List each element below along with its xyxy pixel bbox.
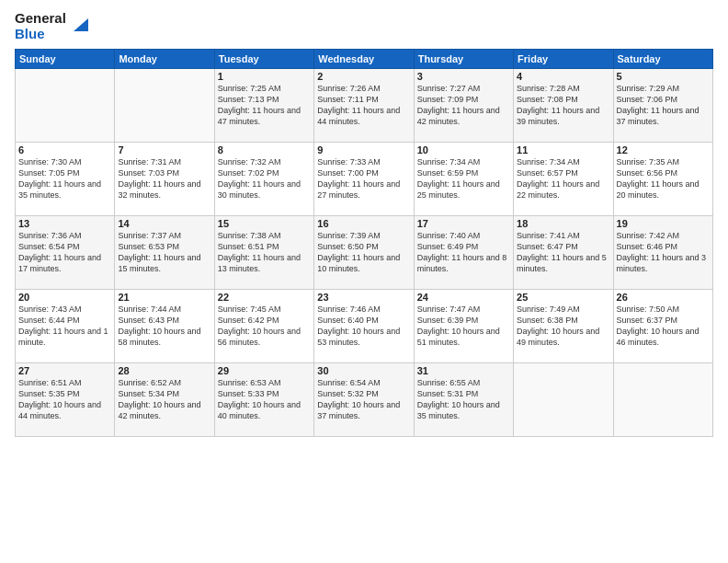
calendar-cell: 14Sunrise: 7:37 AM Sunset: 6:53 PM Dayli… (115, 216, 214, 290)
day-number: 8 (218, 144, 311, 155)
day-number: 18 (517, 218, 609, 229)
day-number: 3 (417, 71, 510, 82)
calendar-cell: 19Sunrise: 7:42 AM Sunset: 6:46 PM Dayli… (613, 216, 712, 290)
calendar-cell: 20Sunrise: 7:43 AM Sunset: 6:44 PM Dayli… (16, 290, 115, 363)
calendar-header-wednesday: Wednesday (314, 50, 414, 69)
day-number: 16 (317, 218, 410, 229)
calendar-header-thursday: Thursday (414, 50, 513, 69)
calendar-week-1: 1Sunrise: 7:25 AM Sunset: 7:13 PM Daylig… (16, 69, 713, 143)
day-info: Sunrise: 7:40 AM Sunset: 6:49 PM Dayligh… (417, 230, 510, 275)
day-info: Sunrise: 7:36 AM Sunset: 6:54 PM Dayligh… (18, 230, 111, 275)
day-info: Sunrise: 7:37 AM Sunset: 6:53 PM Dayligh… (118, 230, 210, 275)
day-info: Sunrise: 7:33 AM Sunset: 7:00 PM Dayligh… (317, 156, 410, 201)
day-info: Sunrise: 7:29 AM Sunset: 7:06 PM Dayligh… (617, 83, 710, 128)
day-number: 20 (18, 292, 111, 303)
calendar-cell: 11Sunrise: 7:34 AM Sunset: 6:57 PM Dayli… (514, 143, 613, 216)
day-number: 26 (617, 292, 710, 303)
calendar-cell: 9Sunrise: 7:33 AM Sunset: 7:00 PM Daylig… (314, 143, 414, 216)
day-info: Sunrise: 7:47 AM Sunset: 6:39 PM Dayligh… (417, 304, 510, 349)
day-number: 21 (118, 292, 210, 303)
day-number: 24 (417, 292, 510, 303)
day-info: Sunrise: 6:53 AM Sunset: 5:33 PM Dayligh… (218, 377, 311, 422)
day-number: 25 (517, 292, 609, 303)
day-number: 13 (18, 218, 111, 229)
day-number: 29 (218, 365, 311, 376)
day-info: Sunrise: 6:52 AM Sunset: 5:34 PM Dayligh… (118, 377, 210, 422)
calendar-cell: 30Sunrise: 6:54 AM Sunset: 5:32 PM Dayli… (314, 363, 414, 437)
day-number: 30 (317, 365, 410, 376)
calendar-cell: 1Sunrise: 7:25 AM Sunset: 7:13 PM Daylig… (214, 69, 313, 143)
day-info: Sunrise: 7:45 AM Sunset: 6:42 PM Dayligh… (218, 304, 311, 349)
day-info: Sunrise: 6:55 AM Sunset: 5:31 PM Dayligh… (417, 377, 510, 422)
day-info: Sunrise: 7:41 AM Sunset: 6:47 PM Dayligh… (517, 230, 609, 275)
day-info: Sunrise: 6:54 AM Sunset: 5:32 PM Dayligh… (317, 377, 410, 422)
day-number: 17 (417, 218, 510, 229)
logo-triangle-icon (68, 15, 88, 35)
day-number: 6 (18, 144, 111, 155)
day-number: 19 (617, 218, 710, 229)
calendar-week-5: 27Sunrise: 6:51 AM Sunset: 5:35 PM Dayli… (16, 363, 713, 437)
calendar-cell: 13Sunrise: 7:36 AM Sunset: 6:54 PM Dayli… (16, 216, 115, 290)
calendar-week-3: 13Sunrise: 7:36 AM Sunset: 6:54 PM Dayli… (16, 216, 713, 290)
day-number: 31 (417, 365, 510, 376)
calendar-cell (514, 363, 613, 437)
day-info: Sunrise: 7:44 AM Sunset: 6:43 PM Dayligh… (118, 304, 210, 349)
day-info: Sunrise: 7:30 AM Sunset: 7:05 PM Dayligh… (18, 156, 111, 201)
calendar-header-saturday: Saturday (613, 50, 712, 69)
calendar-cell: 22Sunrise: 7:45 AM Sunset: 6:42 PM Dayli… (214, 290, 313, 363)
calendar-week-4: 20Sunrise: 7:43 AM Sunset: 6:44 PM Dayli… (16, 290, 713, 363)
calendar-cell: 10Sunrise: 7:34 AM Sunset: 6:59 PM Dayli… (414, 143, 513, 216)
day-info: Sunrise: 7:35 AM Sunset: 6:56 PM Dayligh… (617, 156, 710, 201)
day-info: Sunrise: 7:31 AM Sunset: 7:03 PM Dayligh… (118, 156, 210, 201)
day-info: Sunrise: 6:51 AM Sunset: 5:35 PM Dayligh… (18, 377, 111, 422)
calendar-cell: 18Sunrise: 7:41 AM Sunset: 6:47 PM Dayli… (514, 216, 613, 290)
calendar-cell: 31Sunrise: 6:55 AM Sunset: 5:31 PM Dayli… (414, 363, 513, 437)
day-info: Sunrise: 7:46 AM Sunset: 6:40 PM Dayligh… (317, 304, 410, 349)
day-info: Sunrise: 7:28 AM Sunset: 7:08 PM Dayligh… (517, 83, 609, 128)
day-number: 14 (118, 218, 210, 229)
calendar-header-sunday: Sunday (16, 50, 115, 69)
day-info: Sunrise: 7:49 AM Sunset: 6:38 PM Dayligh… (517, 304, 609, 349)
day-info: Sunrise: 7:39 AM Sunset: 6:50 PM Dayligh… (317, 230, 410, 275)
calendar-cell: 8Sunrise: 7:32 AM Sunset: 7:02 PM Daylig… (214, 143, 313, 216)
calendar-cell: 26Sunrise: 7:50 AM Sunset: 6:37 PM Dayli… (613, 290, 712, 363)
day-info: Sunrise: 7:25 AM Sunset: 7:13 PM Dayligh… (218, 83, 311, 128)
calendar-cell: 25Sunrise: 7:49 AM Sunset: 6:38 PM Dayli… (514, 290, 613, 363)
calendar-cell: 24Sunrise: 7:47 AM Sunset: 6:39 PM Dayli… (414, 290, 513, 363)
calendar-header-row: SundayMondayTuesdayWednesdayThursdayFrid… (16, 50, 713, 69)
day-info: Sunrise: 7:34 AM Sunset: 6:59 PM Dayligh… (417, 156, 510, 201)
day-info: Sunrise: 7:38 AM Sunset: 6:51 PM Dayligh… (218, 230, 311, 275)
calendar-cell (16, 69, 115, 143)
calendar-cell: 3Sunrise: 7:27 AM Sunset: 7:09 PM Daylig… (414, 69, 513, 143)
day-info: Sunrise: 7:27 AM Sunset: 7:09 PM Dayligh… (417, 83, 510, 128)
calendar-cell (115, 69, 214, 143)
day-number: 7 (118, 144, 210, 155)
calendar-cell: 4Sunrise: 7:28 AM Sunset: 7:08 PM Daylig… (514, 69, 613, 143)
day-number: 23 (317, 292, 410, 303)
calendar-cell: 16Sunrise: 7:39 AM Sunset: 6:50 PM Dayli… (314, 216, 414, 290)
calendar-cell: 28Sunrise: 6:52 AM Sunset: 5:34 PM Dayli… (115, 363, 214, 437)
day-number: 28 (118, 365, 210, 376)
calendar-cell: 29Sunrise: 6:53 AM Sunset: 5:33 PM Dayli… (214, 363, 313, 437)
calendar-cell: 7Sunrise: 7:31 AM Sunset: 7:03 PM Daylig… (115, 143, 214, 216)
day-info: Sunrise: 7:34 AM Sunset: 6:57 PM Dayligh… (517, 156, 609, 201)
calendar-cell: 15Sunrise: 7:38 AM Sunset: 6:51 PM Dayli… (214, 216, 313, 290)
calendar-cell (613, 363, 712, 437)
calendar-week-2: 6Sunrise: 7:30 AM Sunset: 7:05 PM Daylig… (16, 143, 713, 216)
calendar-cell: 6Sunrise: 7:30 AM Sunset: 7:05 PM Daylig… (16, 143, 115, 216)
calendar-cell: 2Sunrise: 7:26 AM Sunset: 7:11 PM Daylig… (314, 69, 414, 143)
logo-general: General (15, 11, 66, 27)
calendar-cell: 5Sunrise: 7:29 AM Sunset: 7:06 PM Daylig… (613, 69, 712, 143)
calendar-header-monday: Monday (115, 50, 214, 69)
day-number: 27 (18, 365, 111, 376)
logo-blue: Blue (15, 27, 66, 42)
header: General Blue (15, 11, 713, 41)
page: General Blue SundayMondayTuesdayWednesda… (0, 0, 728, 563)
day-number: 9 (317, 144, 410, 155)
calendar-header-friday: Friday (514, 50, 613, 69)
day-number: 22 (218, 292, 311, 303)
svg-marker-0 (74, 18, 88, 31)
calendar-cell: 23Sunrise: 7:46 AM Sunset: 6:40 PM Dayli… (314, 290, 414, 363)
day-number: 2 (317, 71, 410, 82)
day-number: 1 (218, 71, 311, 82)
